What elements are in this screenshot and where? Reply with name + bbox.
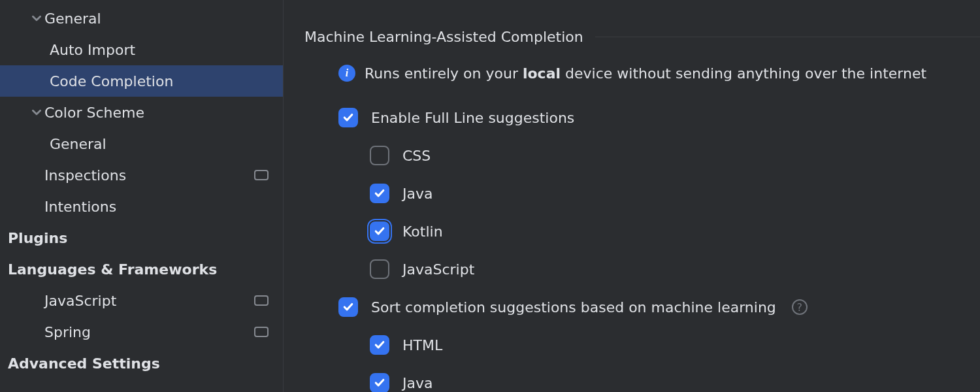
full-line-lang-kotlin: Kotlin	[304, 212, 980, 250]
sidebar-item-label: Inspections	[44, 167, 126, 184]
full-line-lang-java: Java	[304, 174, 980, 212]
sort-ml-lang-java: Java	[304, 364, 980, 392]
info-text-bold: local	[523, 65, 561, 82]
sort-ml-lang-html-checkbox[interactable]	[370, 335, 389, 355]
sidebar-item-auto-import[interactable]: Auto Import	[0, 34, 283, 65]
info-icon: i	[338, 65, 355, 82]
enable-full-line-checkbox[interactable]	[338, 108, 358, 127]
sort-ml-lang-html-label[interactable]: HTML	[402, 337, 442, 353]
info-text-pre: Runs entirely on your	[365, 65, 523, 82]
sidebar-item-languages-frameworks[interactable]: Languages & Frameworks	[0, 253, 283, 285]
sidebar-item-label: Spring	[44, 324, 91, 340]
section-header: Machine Learning-Assisted Completion	[304, 29, 980, 45]
section-title: Machine Learning-Assisted Completion	[304, 29, 583, 45]
sort-ml-lang-html: HTML	[304, 326, 980, 364]
help-icon[interactable]: ?	[792, 299, 808, 315]
sidebar-item-label: Advanced Settings	[8, 355, 160, 372]
full-line-lang-javascript: JavaScript	[304, 250, 980, 288]
sidebar-item-label: Code Completion	[50, 73, 173, 90]
sidebar-item-general[interactable]: General	[0, 128, 283, 159]
enable-full-line: Enable Full Line suggestions	[304, 99, 980, 137]
sidebar-item-label: General	[44, 10, 101, 27]
info-text-post: device without sending anything over the…	[561, 65, 926, 82]
sidebar-item-label: General	[50, 136, 106, 152]
sort-ml: Sort completion suggestions based on mac…	[304, 288, 980, 326]
chevron-down-icon	[29, 108, 44, 117]
sidebar-item-color-scheme[interactable]: Color Scheme	[0, 97, 283, 128]
sidebar-item-intentions[interactable]: Intentions	[0, 191, 283, 222]
full-line-lang-javascript-checkbox[interactable]	[370, 259, 389, 279]
overrides-badge-icon	[254, 295, 269, 306]
sidebar-item-label: Plugins	[8, 230, 67, 246]
full-line-lang-kotlin-checkbox[interactable]	[370, 221, 389, 241]
sidebar-item-javascript[interactable]: JavaScript	[0, 285, 283, 316]
full-line-lang-java-checkbox[interactable]	[370, 184, 389, 203]
overrides-badge-icon	[254, 327, 269, 337]
enable-full-line-label[interactable]: Enable Full Line suggestions	[371, 110, 574, 126]
sidebar-item-general[interactable]: General	[0, 3, 283, 34]
sidebar-item-label: JavaScript	[44, 293, 116, 309]
sort-ml-lang-java-checkbox[interactable]	[370, 373, 389, 392]
settings-sidebar: GeneralAuto ImportCode CompletionColor S…	[0, 0, 284, 392]
sidebar-item-plugins[interactable]: Plugins	[0, 222, 283, 253]
sort-ml-label[interactable]: Sort completion suggestions based on mac…	[371, 299, 776, 316]
section-divider	[595, 37, 980, 37]
sidebar-item-label: Auto Import	[50, 42, 135, 58]
full-line-lang-kotlin-label[interactable]: Kotlin	[402, 223, 443, 240]
full-line-lang-css: CSS	[304, 137, 980, 174]
sidebar-item-advanced-settings[interactable]: Advanced Settings	[0, 348, 283, 379]
sidebar-item-inspections[interactable]: Inspections	[0, 159, 283, 191]
full-line-lang-css-checkbox[interactable]	[370, 146, 389, 165]
overrides-badge-icon	[254, 170, 269, 180]
info-row: i Runs entirely on your local device wit…	[304, 65, 980, 82]
sidebar-item-code-completion[interactable]: Code Completion	[0, 65, 283, 97]
full-line-lang-java-label[interactable]: Java	[402, 186, 433, 202]
full-line-lang-css-label[interactable]: CSS	[402, 148, 431, 164]
chevron-down-icon	[29, 14, 44, 23]
sidebar-item-label: Intentions	[44, 199, 116, 215]
sidebar-item-label: Color Scheme	[44, 105, 144, 121]
info-text: Runs entirely on your local device witho…	[365, 65, 926, 82]
settings-main-panel: Machine Learning-Assisted Completion i R…	[284, 0, 980, 392]
sort-ml-checkbox[interactable]	[338, 297, 358, 317]
sidebar-item-label: Languages & Frameworks	[8, 261, 217, 278]
sidebar-item-spring[interactable]: Spring	[0, 316, 283, 348]
full-line-lang-javascript-label[interactable]: JavaScript	[402, 261, 474, 278]
sort-ml-lang-java-label[interactable]: Java	[402, 375, 433, 391]
